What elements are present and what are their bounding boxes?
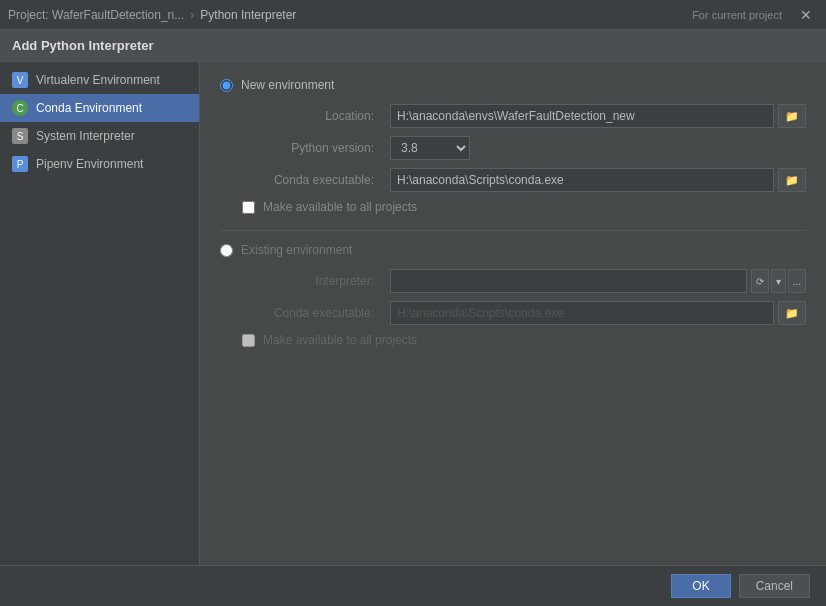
ok-button[interactable]: OK	[671, 574, 730, 598]
project-label: For current project	[692, 9, 782, 21]
conda-exec-control2: 📁	[390, 301, 806, 325]
make-available-row2: Make available to all projects	[242, 333, 806, 347]
existing-environment-section: Existing environment Interpreter: ⟳ ▾ ..…	[220, 243, 806, 347]
content-area: New environment Location: 📁 Python versi…	[200, 62, 826, 565]
new-environment-section: New environment Location: 📁 Python versi…	[220, 78, 806, 214]
python-version-label: Python version:	[242, 141, 382, 155]
existing-environment-radio-label[interactable]: Existing environment	[220, 243, 806, 257]
dialog-title: Add Python Interpreter	[12, 38, 154, 53]
sidebar-item-pipenv-label: Pipenv Environment	[36, 157, 143, 171]
breadcrumb-project: Project: WaferFaultDetection_n...	[8, 8, 184, 22]
conda-exec-browse-button2: 📁	[778, 301, 806, 325]
existing-env-form: Interpreter: ⟳ ▾ ... Conda executable:	[242, 269, 806, 325]
interpreter-reload-button: ⟳	[751, 269, 769, 293]
sidebar-item-virtualenv-label: Virtualenv Environment	[36, 73, 160, 87]
system-icon: S	[12, 128, 28, 144]
conda-exec-label2: Conda executable:	[242, 306, 382, 320]
make-available-checkbox[interactable]	[242, 201, 255, 214]
new-env-form: Location: 📁 Python version: 3.8 3.9 3.10…	[242, 104, 806, 192]
cancel-button[interactable]: Cancel	[739, 574, 810, 598]
conda-exec-browse-button[interactable]: 📁	[778, 168, 806, 192]
existing-environment-label: Existing environment	[241, 243, 352, 257]
interpreter-dropdown-button: ▾	[771, 269, 786, 293]
sidebar-item-virtualenv[interactable]: V Virtualenv Environment	[0, 66, 199, 94]
interpreter-browse-button: ...	[788, 269, 806, 293]
dialog: Add Python Interpreter V Virtualenv Envi…	[0, 30, 826, 606]
make-available-label: Make available to all projects	[263, 200, 417, 214]
virtualenv-icon: V	[12, 72, 28, 88]
new-environment-label: New environment	[241, 78, 334, 92]
breadcrumb-separator: ›	[190, 8, 194, 22]
python-version-control: 3.8 3.9 3.10 3.7	[390, 136, 806, 160]
make-available-row: Make available to all projects	[242, 200, 806, 214]
title-bar-right: For current project ✕	[692, 5, 818, 25]
breadcrumb: Project: WaferFaultDetection_n... › Pyth…	[8, 8, 296, 22]
sidebar-item-pipenv[interactable]: P Pipenv Environment	[0, 150, 199, 178]
location-label: Location:	[242, 109, 382, 123]
sidebar-item-conda[interactable]: C Conda Environment	[0, 94, 199, 122]
conda-icon: C	[12, 100, 28, 116]
dialog-header: Add Python Interpreter	[0, 30, 826, 62]
interpreter-control: ⟳ ▾ ...	[390, 269, 806, 293]
conda-exec-control: 📁	[390, 168, 806, 192]
close-button[interactable]: ✕	[794, 5, 818, 25]
breadcrumb-current: Python Interpreter	[200, 8, 296, 22]
conda-exec-input2	[390, 301, 774, 325]
conda-exec-label: Conda executable:	[242, 173, 382, 187]
new-environment-radio[interactable]	[220, 79, 233, 92]
location-input[interactable]	[390, 104, 774, 128]
interpreter-label: Interpreter:	[242, 274, 382, 288]
sidebar-item-system-label: System Interpreter	[36, 129, 135, 143]
pipenv-icon: P	[12, 156, 28, 172]
sidebar: V Virtualenv Environment C Conda Environ…	[0, 62, 200, 565]
sidebar-item-system[interactable]: S System Interpreter	[0, 122, 199, 150]
existing-environment-radio[interactable]	[220, 244, 233, 257]
new-environment-radio-label[interactable]: New environment	[220, 78, 806, 92]
interpreter-input	[390, 269, 747, 293]
location-control: 📁	[390, 104, 806, 128]
section-divider	[220, 230, 806, 231]
sidebar-item-conda-label: Conda Environment	[36, 101, 142, 115]
title-bar: Project: WaferFaultDetection_n... › Pyth…	[0, 0, 826, 30]
dialog-body: V Virtualenv Environment C Conda Environ…	[0, 62, 826, 565]
conda-exec-input[interactable]	[390, 168, 774, 192]
make-available-checkbox2	[242, 334, 255, 347]
interpreter-buttons: ⟳ ▾ ...	[751, 269, 806, 293]
python-version-select[interactable]: 3.8 3.9 3.10 3.7	[390, 136, 470, 160]
location-browse-button[interactable]: 📁	[778, 104, 806, 128]
dialog-footer: OK Cancel	[0, 565, 826, 606]
make-available-label2: Make available to all projects	[263, 333, 417, 347]
